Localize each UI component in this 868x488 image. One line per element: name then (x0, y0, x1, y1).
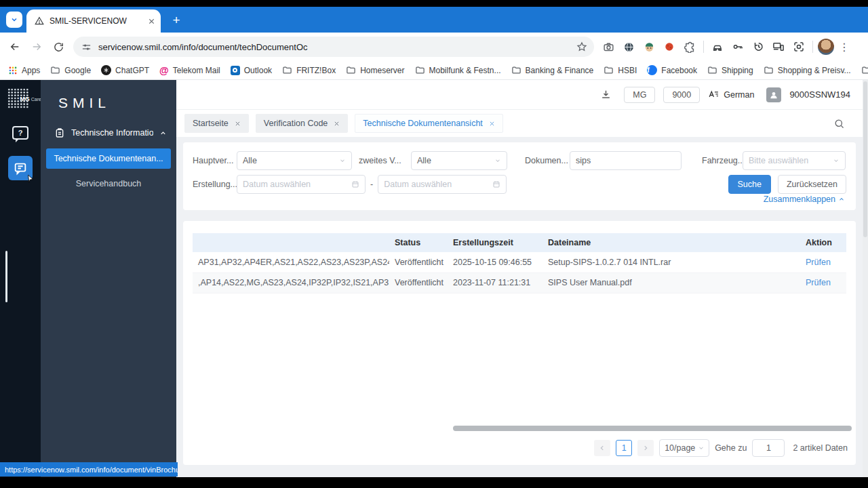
browser-menu-icon[interactable]: ⋮ (837, 41, 852, 54)
history-icon[interactable] (749, 38, 767, 56)
date-from-input[interactable]: Datum auswählen (237, 175, 366, 194)
hauptversion-select[interactable]: Alle (237, 151, 352, 170)
select-value: Alle (417, 156, 431, 165)
sidebar: SMIL Technische Informatio... Technische… (41, 80, 176, 477)
apps-grid-icon (8, 66, 18, 75)
browser-scrollbar[interactable] (863, 80, 868, 477)
language-selector[interactable]: German (708, 89, 754, 100)
close-icon[interactable] (489, 121, 495, 127)
character-extension-icon[interactable] (640, 38, 658, 56)
close-icon[interactable] (334, 121, 340, 127)
key-icon[interactable] (729, 38, 747, 56)
bookmark-label: Google (64, 66, 91, 75)
date-range-separator: - (370, 180, 373, 189)
bookmark-fritzbox[interactable]: FRITZ!Box (282, 65, 336, 75)
reload-icon[interactable] (49, 37, 68, 56)
red-extension-icon[interactable] (660, 38, 678, 56)
zweite-version-select[interactable]: Alle (411, 151, 507, 170)
chevron-down-icon (10, 16, 18, 24)
cell-status: Veröffentlicht (389, 272, 448, 293)
bookmark-homeserver[interactable]: Homeserver (346, 65, 404, 75)
bookmark-outlook[interactable]: Outlook (231, 66, 272, 75)
help-chat-icon: ? (12, 126, 28, 140)
dokument-input-wrap (570, 151, 682, 170)
dealer-code-selector[interactable]: 9000 (663, 87, 700, 103)
bookmark-facebook[interactable]: f Facebook (647, 65, 697, 75)
region-selector[interactable]: MG (624, 87, 655, 103)
bookmark-banking[interactable]: Banking & Finance (511, 65, 594, 75)
fahrzeug-select[interactable]: Bitte auswählen (743, 151, 846, 170)
camera-extension-icon[interactable] (599, 38, 617, 56)
tab-search-button[interactable] (6, 12, 22, 28)
browser-tab[interactable]: SMIL-SERVICENOW (26, 9, 161, 33)
folder-icon (604, 65, 614, 75)
search-icon[interactable] (833, 118, 845, 129)
table-header-row: Status Erstellungszeit Dateiname Aktion (193, 233, 846, 252)
back-icon[interactable] (5, 37, 24, 56)
bookmark-shipping[interactable]: Shipping (707, 65, 753, 75)
goto-page-input[interactable] (752, 439, 785, 457)
chevron-down-icon (494, 157, 501, 164)
bookmark-shopping[interactable]: Shopping & Preisv... (764, 65, 851, 75)
bookmark-google[interactable]: Google (50, 65, 91, 75)
bookmark-chatgpt[interactable]: ChatGPT (101, 65, 149, 75)
download-icon[interactable] (600, 89, 612, 100)
date-placeholder: Datum auswählen (243, 180, 311, 189)
cell-created: 2025-10-15 09:46:55 (448, 252, 542, 272)
current-page[interactable]: 1 (616, 440, 632, 456)
help-chat-button[interactable]: ? (8, 122, 33, 144)
bookmark-label: ChatGPT (115, 66, 149, 75)
folder-icon (764, 65, 774, 75)
filter-label-erstellung: Erstellung... (193, 180, 237, 189)
globe-extension-icon[interactable] (620, 38, 637, 56)
bookmark-hsbi[interactable]: HSBI (604, 65, 637, 75)
extensions-puzzle-icon[interactable] (681, 38, 698, 56)
next-page-button[interactable] (637, 440, 654, 456)
new-tab-button[interactable]: + (169, 14, 184, 26)
address-bar[interactable]: servicenow.smil.com/info/document/techDo… (73, 37, 594, 57)
devices-icon[interactable] (770, 38, 787, 56)
bookmark-apps[interactable]: Apps (8, 66, 40, 75)
page-size-select[interactable]: 10/page (659, 439, 709, 457)
tab-startseite[interactable]: Startseite (184, 114, 249, 133)
collapse-link[interactable]: Zusammenklappen (764, 195, 845, 204)
site-info-icon[interactable] (81, 42, 92, 52)
profile-avatar[interactable] (818, 39, 834, 55)
telekom-at-icon: @ (159, 66, 169, 75)
browser-scrollbar-thumb[interactable] (863, 81, 867, 237)
bookmark-telekom-mail[interactable]: @ Telekom Mail (159, 66, 220, 75)
date-to-input[interactable]: Datum auswählen (378, 175, 507, 194)
cell-created: 2023-11-07 11:21:31 (448, 272, 542, 293)
bookmark-mobilfunk[interactable]: Mobilfunk & Festn... (415, 65, 501, 75)
horizontal-scrollbar-thumb[interactable] (453, 426, 852, 431)
bookmark-label: HSBI (618, 66, 637, 75)
search-button[interactable]: Suche (728, 175, 771, 194)
car-extension-icon[interactable] (709, 38, 726, 56)
col-models (193, 233, 389, 252)
close-icon[interactable] (235, 121, 241, 127)
sidebar-group-technische-informationen[interactable]: Technische Informatio... (41, 126, 176, 140)
lens-camera-icon[interactable] (790, 38, 808, 56)
bookmark-sportnews[interactable]: Sport-News (861, 65, 868, 75)
browser-toolbar: servicenow.smil.com/info/document/techDo… (0, 33, 868, 61)
tab-close-icon[interactable] (148, 18, 155, 25)
documents-chat-button[interactable] (8, 156, 33, 180)
sidebar-item-servicehandbuch[interactable]: Servicehandbuch (41, 179, 176, 188)
forward-icon[interactable] (27, 37, 46, 56)
sidebar-item-technische-dokumentenansicht[interactable]: Technische Dokumentenan... (46, 148, 171, 169)
col-erstellungszeit: Erstellungszeit (448, 233, 542, 252)
tab-verification-code[interactable]: Verification Code (256, 114, 349, 133)
pruefen-link[interactable]: Prüfen (806, 258, 831, 267)
prev-page-button[interactable] (594, 440, 610, 456)
app-window: MG Care ? SMIL Technische Informatio... … (0, 80, 868, 477)
dokument-input[interactable] (576, 156, 675, 165)
content-area: Hauptver... Alle zweites V... Alle Dokum… (176, 137, 863, 477)
pruefen-link[interactable]: Prüfen (806, 278, 831, 287)
bookmark-star-icon[interactable] (576, 41, 587, 52)
sidebar-scrollbar-thumb[interactable] (5, 251, 7, 302)
tab-technische-dokumentenansicht[interactable]: Technische Dokumentenansicht (355, 114, 503, 133)
bookmark-label: Apps (22, 66, 40, 75)
browser-tab-title: SMIL-SERVICENOW (50, 16, 142, 26)
reset-button[interactable]: Zurücksetzen (778, 175, 846, 194)
logo-text-bold: MG (20, 96, 30, 102)
